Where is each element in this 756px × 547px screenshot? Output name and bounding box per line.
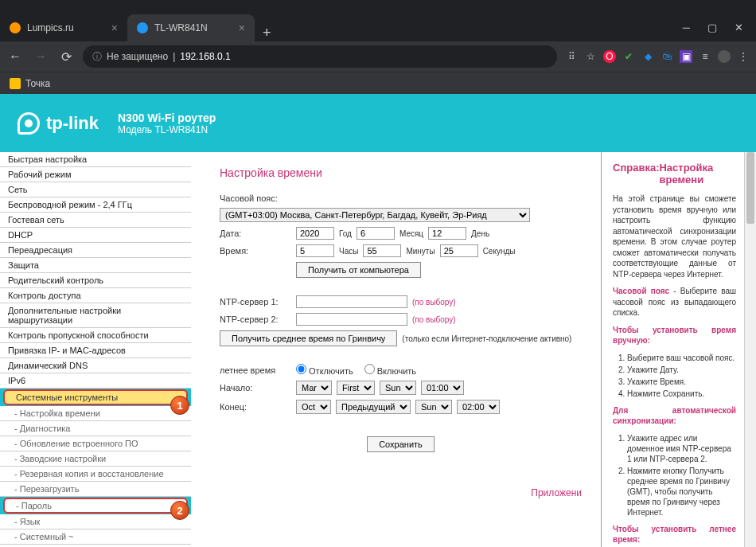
url-text: 192.168.0.1 xyxy=(180,51,230,62)
back-icon[interactable]: ← xyxy=(6,49,24,64)
profile-avatar[interactable] xyxy=(718,50,731,63)
sidebar-item[interactable]: Быстрая настройка xyxy=(0,152,191,167)
sidebar-item[interactable]: Сеть xyxy=(0,182,191,197)
dst-label: летнее время xyxy=(220,365,291,375)
ntp1-input[interactable] xyxy=(296,295,407,308)
favicon-icon xyxy=(10,22,21,33)
end-week-select[interactable]: Предыдущий xyxy=(336,400,411,414)
tz-label: Часовой пояс: xyxy=(220,193,291,203)
bookmark-star-icon[interactable]: ☆ xyxy=(584,50,597,63)
scrollbar-thumb[interactable] xyxy=(746,152,754,224)
ntp2-label: NTP-сервер 2: xyxy=(220,315,291,324)
close-icon[interactable]: × xyxy=(111,21,118,34)
hour-input[interactable] xyxy=(296,244,334,257)
sidebar-item[interactable]: Привязка IP- и MAC-адресов xyxy=(0,343,191,358)
start-week-select[interactable]: First xyxy=(337,381,375,395)
ext-opera-icon[interactable]: O xyxy=(603,50,616,63)
sidebar-item[interactable]: Переадресация xyxy=(0,243,191,258)
reload-icon[interactable]: ⟳ xyxy=(57,49,75,64)
ext-box-icon[interactable]: ▣ xyxy=(680,50,692,63)
ext-check-icon[interactable]: ✔ xyxy=(622,50,635,63)
maximize-icon[interactable]: ▢ xyxy=(707,21,717,33)
dst-off-radio[interactable]: Отключить xyxy=(296,364,353,376)
second-input[interactable] xyxy=(440,244,478,257)
get-gmt-button[interactable]: Получить среднее время по Гринвичу xyxy=(220,330,397,346)
tab-lumpics[interactable]: Lumpics.ru × xyxy=(0,14,127,41)
sidebar-item[interactable]: IPv6 xyxy=(0,373,191,389)
close-icon[interactable]: × xyxy=(239,21,245,34)
callout-badge-1: 1 xyxy=(170,396,189,415)
year-input[interactable] xyxy=(296,227,334,240)
site-info-icon[interactable]: ⓘ xyxy=(92,50,102,64)
not-secure-label: Не защищено xyxy=(107,51,168,62)
time-label: Время: xyxy=(220,246,291,256)
model-name: Модель TL-WR841N xyxy=(118,124,216,135)
address-bar[interactable]: ⓘ Не защищено | 192.168.0.1 xyxy=(83,45,557,68)
end-day-select[interactable]: Sun xyxy=(415,400,452,414)
sidebar-item[interactable]: DHCP xyxy=(0,228,191,243)
favicon-icon xyxy=(137,22,148,33)
sidebar-item-password[interactable]: - Пароль 2 xyxy=(3,498,188,514)
sidebar-item[interactable]: Контроль пропускной способности xyxy=(0,328,191,343)
help-scrollbar[interactable] xyxy=(744,152,756,547)
sidebar-item-time[interactable]: - Настройка времени xyxy=(0,406,191,421)
page-title: Настройка времени xyxy=(220,166,582,179)
sidebar-item[interactable]: Беспроводной режим - 2,4 ГГц xyxy=(0,197,191,213)
sidebar-item[interactable]: Дополнительные настройки маршрутизации xyxy=(0,303,191,328)
sidebar-item[interactable]: Родительский контроль xyxy=(0,273,191,288)
ntp1-label: NTP-сервер 1: xyxy=(220,297,291,307)
new-tab-button[interactable]: + xyxy=(255,25,279,41)
start-day-select[interactable]: Sun xyxy=(380,381,416,395)
bookmark-link[interactable]: Точка xyxy=(25,78,50,89)
tplink-logo-icon xyxy=(18,112,40,135)
dst-on-radio[interactable]: Включить xyxy=(364,364,416,376)
end-time-select[interactable]: 02:00 xyxy=(457,400,500,414)
help-p1: На этой странице вы сможете установить в… xyxy=(613,193,736,279)
timezone-select[interactable]: (GMT+03:00) Москва, Санкт-Петербург, Баг… xyxy=(220,208,530,222)
reading-list-icon[interactable]: ≡ xyxy=(699,50,711,63)
sidebar-item[interactable]: Защита xyxy=(0,258,191,273)
start-month-select[interactable]: Mar xyxy=(296,381,332,395)
sidebar-item[interactable]: Рабочий режим xyxy=(0,167,191,182)
sidebar-item[interactable]: - Обновление встроенного ПО xyxy=(0,436,191,451)
end-month-select[interactable]: Oct xyxy=(296,400,331,414)
sidebar-item[interactable]: Гостевая сеть xyxy=(0,213,191,228)
main-panel: Настройка времени Часовой пояс: (GMT+03:… xyxy=(191,152,601,547)
minute-input[interactable] xyxy=(363,244,401,257)
sidebar-item[interactable]: - Резервная копия и восстановление xyxy=(0,467,191,482)
close-window-icon[interactable]: ✕ xyxy=(735,21,743,33)
menu-icon[interactable]: ⋮ xyxy=(737,50,750,63)
sidebar-item[interactable]: Динамический DNS xyxy=(0,358,191,373)
router-header: tp-link N300 Wi-Fi роутер Модель TL-WR84… xyxy=(0,94,756,152)
sidebar-item[interactable]: - Системный ~ xyxy=(0,529,191,545)
tab-router[interactable]: TL-WR841N × xyxy=(127,14,255,41)
help-panel: Справка:Настройка времени На этой страни… xyxy=(601,152,744,547)
sidebar-item[interactable]: - Заводские настройки xyxy=(0,451,191,467)
tab-title: TL-WR841N xyxy=(154,22,208,33)
start-time-select[interactable]: 01:00 xyxy=(421,381,464,395)
help-title: Справка:Настройка времени xyxy=(613,162,736,186)
ext-cart-icon[interactable]: 🛍 xyxy=(661,50,673,63)
month-input[interactable] xyxy=(357,227,395,240)
get-from-pc-button[interactable]: Получить от компьютера xyxy=(296,262,421,278)
sidebar-item[interactable]: - Перезагрузить xyxy=(0,482,191,497)
ntp2-input[interactable] xyxy=(296,313,407,326)
product-name: N300 Wi-Fi роутер xyxy=(118,111,216,124)
minimize-icon[interactable]: ─ xyxy=(683,21,690,33)
end-label: Конец: xyxy=(220,402,291,412)
sidebar-item[interactable]: - Язык xyxy=(0,514,191,529)
date-label: Дата: xyxy=(220,229,291,238)
sidebar: Быстрая настройка Рабочий режим Сеть Бес… xyxy=(0,152,191,547)
ext-shield-icon[interactable]: ◆ xyxy=(641,50,654,63)
start-label: Начало: xyxy=(220,383,291,393)
sidebar-item[interactable]: - Диагностика xyxy=(0,421,191,436)
bookmark-folder-icon xyxy=(10,78,21,89)
callout-badge-2: 2 xyxy=(170,501,189,520)
translate-icon[interactable]: ⠿ xyxy=(565,50,578,63)
sidebar-item-system-tools[interactable]: Системные инструменты 1 xyxy=(3,389,188,405)
forward-icon: → xyxy=(32,49,49,64)
day-input[interactable] xyxy=(428,227,466,240)
apps-label: Приложени xyxy=(220,487,582,498)
sidebar-item[interactable]: Контроль доступа xyxy=(0,288,191,303)
save-button[interactable]: Сохранить xyxy=(367,436,435,452)
